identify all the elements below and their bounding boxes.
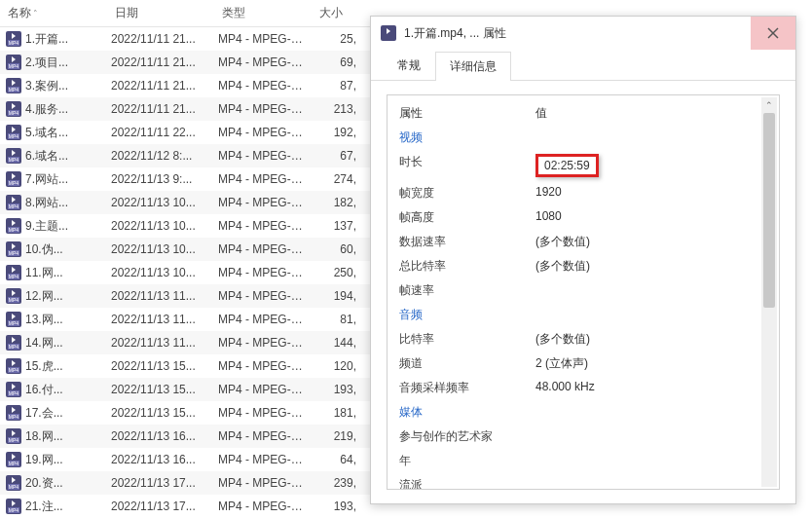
file-date: 2022/11/13 15... [107,383,214,396]
header-size[interactable]: 大小 [312,0,360,26]
mp4-file-icon [6,475,21,491]
dialog-title: 1.开篇.mp4, ... 属性 [404,25,751,42]
property-row[interactable]: 帧宽度1920 [395,181,771,205]
file-type: MP4 - MPEG-4 ... [214,266,312,279]
file-date: 2022/11/13 17... [107,476,214,490]
file-type: MP4 - MPEG-4 ... [214,476,312,490]
mp4-file-icon [6,335,21,351]
property-row[interactable]: 帧高度1080 [395,205,771,230]
file-row[interactable]: 3.案例...2022/11/11 21...MP4 - MPEG-4 ...8… [0,74,370,97]
property-label: 比特率 [399,331,535,348]
file-size: 69, [312,56,360,69]
file-row[interactable]: 19.网...2022/11/13 16...MP4 - MPEG-4 ...6… [0,448,370,471]
property-row[interactable]: 比特率(多个数值) [395,327,771,352]
file-row[interactable]: 1.开篇...2022/11/11 21...MP4 - MPEG-4 ...2… [0,27,370,51]
mp4-file-icon [6,218,21,234]
properties-content[interactable]: 属性 值 视频时长02:25:59帧宽度1920帧高度1080数据速率(多个数值… [387,94,780,490]
file-name: 21.注... [25,499,63,515]
scroll-up-button[interactable]: ⌃ [761,97,777,113]
property-value: 48.000 kHz [535,380,767,396]
file-name: 1.开篇... [25,31,68,48]
header-date[interactable]: 日期 [107,0,214,26]
property-row[interactable]: 帧速率 [395,278,771,303]
file-size: 81, [312,313,360,326]
file-size: 60, [312,242,360,256]
scroll-track[interactable] [761,113,777,471]
mp4-file-icon [6,265,21,280]
file-row[interactable]: 8.网站...2022/11/13 10...MP4 - MPEG-4 ...1… [0,191,370,214]
file-row[interactable]: 18.网...2022/11/13 16...MP4 - MPEG-4 ...2… [0,425,370,448]
file-row[interactable]: 2.项目...2022/11/11 21...MP4 - MPEG-4 ...6… [0,51,370,74]
file-date: 2022/11/13 17... [107,500,214,513]
file-date: 2022/11/13 15... [107,406,214,420]
vertical-scrollbar[interactable]: ⌃ ⌄ [761,97,777,487]
file-size: 64, [312,453,360,466]
file-type: MP4 - MPEG-4 ... [214,149,312,163]
file-name: 2.项目... [25,55,68,71]
property-label: 年 [399,453,535,469]
file-row[interactable]: 14.网...2022/11/13 11...MP4 - MPEG-4 ...1… [0,331,370,354]
props-header-property: 属性 [399,105,535,122]
file-type: MP4 - MPEG-4 ... [214,500,312,513]
property-row[interactable]: 音频采样频率48.000 kHz [395,376,771,400]
mp4-file-icon [6,148,21,164]
section-title-audio: 音频 [395,303,771,327]
file-row[interactable]: 7.网站...2022/11/13 9:...MP4 - MPEG-4 ...2… [0,167,370,191]
property-row[interactable]: 频道2 (立体声) [395,352,771,376]
properties-dialog: 1.开篇.mp4, ... 属性 常规 详细信息 属性 值 视频时长02:25:… [370,16,796,504]
file-size: 192, [312,126,360,139]
file-type: MP4 - MPEG-4 ... [214,429,312,443]
file-type: MP4 - MPEG-4 ... [214,172,312,186]
mp4-file-icon [6,312,21,327]
file-date: 2022/11/13 15... [107,359,214,373]
file-row[interactable]: 11.网...2022/11/13 10...MP4 - MPEG-4 ...2… [0,261,370,284]
file-row[interactable]: 6.域名...2022/11/12 8:...MP4 - MPEG-4 ...6… [0,144,370,167]
file-name: 10.伪... [25,241,63,258]
file-rows[interactable]: 1.开篇...2022/11/11 21...MP4 - MPEG-4 ...2… [0,27,370,518]
file-row[interactable]: 12.网...2022/11/13 11...MP4 - MPEG-4 ...1… [0,284,370,308]
scroll-thumb[interactable] [763,113,775,308]
property-value [535,453,767,469]
file-list-panel: 名称 ˄ 日期 类型 大小 1.开篇...2022/11/11 21...MP4… [0,0,370,518]
tab-details[interactable]: 详细信息 [435,52,511,81]
file-type: MP4 - MPEG-4 ... [214,336,312,350]
file-row[interactable]: 5.域名...2022/11/11 22...MP4 - MPEG-4 ...1… [0,121,370,144]
tab-general[interactable]: 常规 [383,51,435,80]
close-icon [767,27,779,39]
file-size: 239, [312,476,360,490]
property-row[interactable]: 年 [395,449,771,473]
property-row[interactable]: 流派 [395,473,771,490]
list-header: 名称 ˄ 日期 类型 大小 [0,0,370,27]
property-row[interactable]: 总比特率(多个数值) [395,254,771,278]
file-row[interactable]: 13.网...2022/11/13 11...MP4 - MPEG-4 ...8… [0,308,370,331]
close-button[interactable] [751,17,795,50]
property-row[interactable]: 参与创作的艺术家 [395,425,771,449]
file-size: 193, [312,500,360,513]
mp4-file-icon [6,405,21,421]
file-name: 3.案例... [25,78,68,94]
file-row[interactable]: 15.虎...2022/11/13 15...MP4 - MPEG-4 ...1… [0,354,370,378]
file-type: MP4 - MPEG-4 ... [214,383,312,396]
file-row[interactable]: 9.主题...2022/11/13 10...MP4 - MPEG-4 ...1… [0,214,370,238]
dialog-titlebar[interactable]: 1.开篇.mp4, ... 属性 [371,17,795,50]
header-name-label: 名称 [8,5,31,21]
file-row[interactable]: 4.服务...2022/11/11 21...MP4 - MPEG-4 ...2… [0,97,370,121]
property-row[interactable]: 数据速率(多个数值) [395,230,771,254]
file-row[interactable]: 20.资...2022/11/13 17...MP4 - MPEG-4 ...2… [0,471,370,495]
property-value: 1920 [535,185,767,202]
dialog-body: 属性 值 视频时长02:25:59帧宽度1920帧高度1080数据速率(多个数值… [371,81,795,503]
file-size: 144, [312,336,360,350]
mp4-file-icon [6,55,21,70]
file-row[interactable]: 16.付...2022/11/13 15...MP4 - MPEG-4 ...1… [0,378,370,401]
file-date: 2022/11/13 10... [107,219,214,233]
file-name: 6.域名... [25,148,68,165]
header-type-label: 类型 [222,5,245,21]
file-name: 14.网... [25,335,63,352]
header-type[interactable]: 类型 [214,0,312,26]
file-row[interactable]: 17.会...2022/11/13 15...MP4 - MPEG-4 ...1… [0,401,370,425]
highlighted-value: 02:25:59 [535,154,599,177]
file-row[interactable]: 10.伪...2022/11/13 10...MP4 - MPEG-4 ...6… [0,238,370,261]
header-name[interactable]: 名称 ˄ [0,0,107,26]
file-row[interactable]: 21.注...2022/11/13 17...MP4 - MPEG-4 ...1… [0,495,370,518]
property-row[interactable]: 时长02:25:59 [395,150,771,181]
